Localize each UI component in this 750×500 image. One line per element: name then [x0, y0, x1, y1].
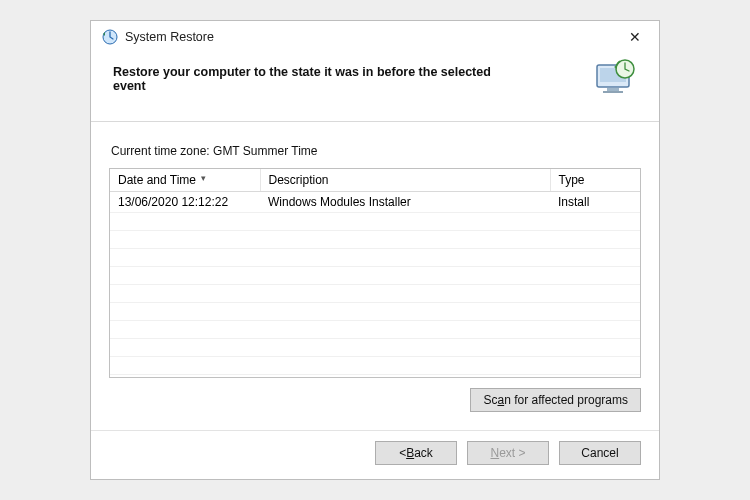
table-row: [110, 321, 640, 339]
cancel-button[interactable]: Cancel: [559, 441, 641, 465]
svg-rect-4: [603, 91, 623, 93]
cell-type: [550, 249, 640, 267]
scan-affected-button[interactable]: Scan for affected programs: [470, 388, 641, 412]
back-button[interactable]: < Back: [375, 441, 457, 465]
svg-rect-3: [607, 88, 619, 91]
table-row: [110, 249, 640, 267]
cell-date_time: 13/06/2020 12:12:22: [110, 192, 260, 213]
cell-description: [260, 249, 550, 267]
wizard-header: Restore your computer to the state it wa…: [91, 51, 659, 103]
cell-description: [260, 285, 550, 303]
cell-date_time: [110, 357, 260, 375]
close-icon: ✕: [629, 29, 641, 45]
cell-description: [260, 357, 550, 375]
window-title: System Restore: [125, 30, 214, 44]
cell-date_time: [110, 303, 260, 321]
close-button[interactable]: ✕: [621, 27, 649, 47]
cell-description: Windows Modules Installer: [260, 192, 550, 213]
column-header-date-time-label: Date and Time: [118, 173, 196, 187]
titlebar: System Restore ✕: [91, 21, 659, 51]
table-row: [110, 303, 640, 321]
cell-type: [550, 321, 640, 339]
cell-date_time: [110, 321, 260, 339]
cell-description: [260, 213, 550, 231]
content-area: Current time zone: GMT Summer Time Date …: [91, 122, 659, 412]
cell-date_time: [110, 231, 260, 249]
table-row: [110, 285, 640, 303]
cell-description: [260, 339, 550, 357]
cell-date_time: [110, 285, 260, 303]
restore-monitor-icon: [593, 57, 637, 99]
cell-description: [260, 267, 550, 285]
cell-date_time: [110, 267, 260, 285]
cell-type: [550, 213, 640, 231]
table-row: [110, 357, 640, 375]
sort-descending-icon: ▾: [201, 173, 206, 183]
cell-description: [260, 321, 550, 339]
wizard-footer: < Back Next > Cancel: [91, 430, 659, 479]
cell-type: [550, 303, 640, 321]
column-header-description[interactable]: Description: [260, 169, 550, 192]
cell-type: [550, 267, 640, 285]
table-row[interactable]: 13/06/2020 12:12:22Windows Modules Insta…: [110, 192, 640, 213]
column-header-date-time[interactable]: Date and Time ▾: [110, 169, 260, 192]
cell-date_time: [110, 339, 260, 357]
table-row: [110, 339, 640, 357]
cell-description: [260, 231, 550, 249]
page-heading: Restore your computer to the state it wa…: [113, 65, 513, 93]
table-row: [110, 267, 640, 285]
cell-type: [550, 357, 640, 375]
restore-points-table[interactable]: Date and Time ▾ Description Type 13/06/2…: [109, 168, 641, 378]
cell-type: [550, 339, 640, 357]
scan-row: Scan for affected programs: [109, 378, 641, 412]
cell-type: [550, 231, 640, 249]
next-button[interactable]: Next >: [467, 441, 549, 465]
column-header-description-label: Description: [269, 173, 329, 187]
cell-description: [260, 303, 550, 321]
table-row: [110, 213, 640, 231]
system-restore-window: System Restore ✕ Restore your computer t…: [90, 20, 660, 480]
cell-type: Install: [550, 192, 640, 213]
cell-date_time: [110, 249, 260, 267]
timezone-label: Current time zone: GMT Summer Time: [111, 144, 639, 158]
column-header-type[interactable]: Type: [550, 169, 640, 192]
table-row: [110, 231, 640, 249]
system-restore-icon: [101, 28, 119, 46]
cell-type: [550, 285, 640, 303]
column-header-type-label: Type: [559, 173, 585, 187]
cell-date_time: [110, 213, 260, 231]
